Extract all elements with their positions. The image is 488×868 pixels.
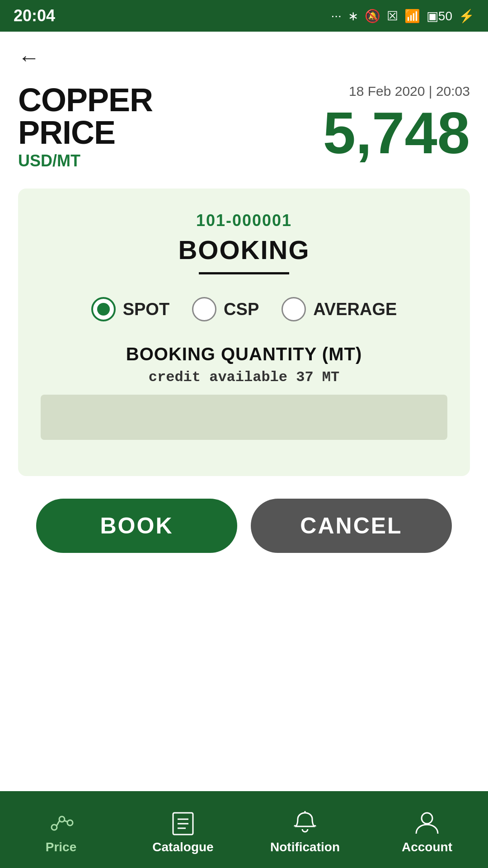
nav-item-account[interactable]: Account (366, 805, 488, 854)
mute-icon: 🔕 (365, 9, 380, 24)
account-icon (413, 809, 441, 836)
nav-label-price: Price (46, 840, 77, 854)
radio-average-circle[interactable] (282, 297, 306, 321)
svg-point-10 (422, 813, 432, 824)
nav-item-price[interactable]: Price (0, 805, 122, 854)
quantity-input[interactable] (41, 395, 447, 440)
radio-average-label: AVERAGE (313, 300, 397, 319)
radio-average[interactable]: AVERAGE (282, 297, 397, 321)
catalogue-icon (169, 809, 197, 836)
price-datetime: 18 Feb 2020 | 20:03 (323, 84, 470, 99)
book-button[interactable]: BOOK (36, 499, 237, 553)
bottom-nav: Price Catalogue Notification Account (0, 791, 488, 868)
main-content: ← COPPER PRICE USD/MT 18 Feb 2020 | 20:0… (0, 32, 488, 580)
quantity-title: BOOKING QUANTITY (MT) (41, 344, 447, 364)
price-value: 5,748 (323, 104, 470, 162)
credit-available: credit available 37 MT (41, 369, 447, 386)
radio-spot-circle[interactable] (91, 297, 116, 321)
radio-csp[interactable]: CSP (192, 297, 259, 321)
svg-line-3 (56, 821, 60, 826)
nav-item-catalogue[interactable]: Catalogue (122, 805, 244, 854)
radio-spot[interactable]: SPOT (91, 297, 169, 321)
wifi-icon: 📶 (404, 9, 420, 24)
nav-label-notification: Notification (270, 840, 340, 854)
commodity-unit: USD/MT (18, 151, 153, 170)
status-bar: 20:04 ··· ∗ 🔕 ☒ 📶 ▣50 ⚡ (0, 0, 488, 32)
charging-icon: ⚡ (459, 9, 474, 24)
commodity-name-line2: PRICE (18, 116, 153, 149)
booking-underline (199, 272, 289, 274)
cancel-button[interactable]: CANCEL (251, 499, 452, 553)
quantity-section: BOOKING QUANTITY (MT) credit available 3… (41, 344, 447, 440)
radio-csp-circle[interactable] (192, 297, 216, 321)
svg-point-2 (67, 820, 73, 826)
svg-line-4 (64, 821, 68, 822)
price-icon (47, 809, 75, 836)
back-arrow-icon: ← (18, 46, 40, 70)
price-section: 18 Feb 2020 | 20:03 5,748 (323, 84, 470, 162)
battery-icon: ▣50 (427, 9, 452, 24)
dots-icon: ··· (331, 9, 342, 23)
radio-spot-label: SPOT (123, 300, 169, 319)
bluetooth-icon: ∗ (348, 9, 358, 24)
booking-id: 101-000001 (41, 211, 447, 230)
nav-label-account: Account (402, 840, 452, 854)
status-icons: ··· ∗ 🔕 ☒ 📶 ▣50 ⚡ (331, 9, 475, 24)
radio-group: SPOT CSP AVERAGE (41, 297, 447, 321)
radio-csp-label: CSP (224, 300, 259, 319)
header-section: COPPER PRICE USD/MT 18 Feb 2020 | 20:03 … (18, 84, 470, 170)
commodity-name-line1: COPPER (18, 84, 153, 116)
commodity-title: COPPER PRICE USD/MT (18, 84, 153, 170)
sim-icon: ☒ (387, 9, 398, 24)
booking-title: BOOKING (41, 235, 447, 265)
back-button[interactable]: ← (18, 45, 40, 70)
buttons-row: BOOK CANCEL (18, 499, 470, 553)
status-time: 20:04 (14, 6, 55, 25)
nav-label-catalogue: Catalogue (152, 840, 213, 854)
nav-item-notification[interactable]: Notification (244, 805, 366, 854)
notification-icon (291, 809, 319, 836)
booking-card: 101-000001 BOOKING SPOT CSP AVERAGE BOOK… (18, 189, 470, 476)
